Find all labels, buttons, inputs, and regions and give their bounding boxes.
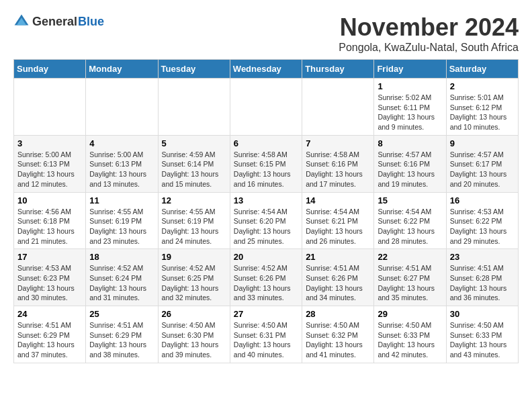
day-number: 30 bbox=[450, 309, 515, 319]
title-area: November 2024 Pongola, KwaZulu-Natal, So… bbox=[339, 13, 519, 54]
day-number: 20 bbox=[234, 252, 298, 262]
day-detail: Sunrise: 4:51 AM Sunset: 6:28 PM Dayligh… bbox=[450, 263, 515, 303]
calendar-cell: 5Sunrise: 4:59 AM Sunset: 6:14 PM Daylig… bbox=[158, 135, 230, 192]
day-number: 11 bbox=[89, 195, 154, 205]
calendar-cell: 8Sunrise: 4:57 AM Sunset: 6:16 PM Daylig… bbox=[374, 135, 446, 192]
day-number: 19 bbox=[162, 252, 226, 262]
calendar-row-1: 3Sunrise: 5:00 AM Sunset: 6:13 PM Daylig… bbox=[14, 135, 519, 192]
logo-general: General bbox=[32, 15, 77, 29]
calendar-cell: 23Sunrise: 4:51 AM Sunset: 6:28 PM Dayli… bbox=[446, 249, 518, 306]
calendar-cell: 7Sunrise: 4:58 AM Sunset: 6:16 PM Daylig… bbox=[302, 135, 374, 192]
header: General Blue November 2024 Pongola, KwaZ… bbox=[13, 13, 519, 54]
day-detail: Sunrise: 4:57 AM Sunset: 6:16 PM Dayligh… bbox=[378, 150, 442, 189]
logo-icon bbox=[13, 13, 30, 30]
day-detail: Sunrise: 4:58 AM Sunset: 6:15 PM Dayligh… bbox=[234, 150, 298, 189]
day-number: 7 bbox=[306, 138, 370, 148]
day-number: 10 bbox=[17, 195, 82, 205]
col-header-saturday: Saturday bbox=[446, 60, 518, 79]
calendar-cell: 15Sunrise: 4:54 AM Sunset: 6:22 PM Dayli… bbox=[374, 192, 446, 249]
calendar-cell bbox=[158, 79, 230, 136]
calendar-table: SundayMondayTuesdayWednesdayThursdayFrid… bbox=[13, 59, 519, 363]
day-number: 16 bbox=[450, 195, 515, 205]
calendar-cell: 3Sunrise: 5:00 AM Sunset: 6:13 PM Daylig… bbox=[14, 135, 86, 192]
day-detail: Sunrise: 4:50 AM Sunset: 6:30 PM Dayligh… bbox=[162, 320, 226, 360]
day-detail: Sunrise: 5:00 AM Sunset: 6:13 PM Dayligh… bbox=[89, 150, 154, 189]
calendar-cell: 28Sunrise: 4:50 AM Sunset: 6:32 PM Dayli… bbox=[302, 306, 374, 363]
day-detail: Sunrise: 4:52 AM Sunset: 6:26 PM Dayligh… bbox=[234, 263, 298, 303]
day-number: 18 bbox=[89, 252, 154, 262]
calendar-cell: 17Sunrise: 4:53 AM Sunset: 6:23 PM Dayli… bbox=[14, 249, 86, 306]
day-detail: Sunrise: 4:59 AM Sunset: 6:14 PM Dayligh… bbox=[162, 150, 226, 189]
day-number: 9 bbox=[450, 138, 515, 148]
calendar-row-3: 17Sunrise: 4:53 AM Sunset: 6:23 PM Dayli… bbox=[14, 249, 519, 306]
day-detail: Sunrise: 5:00 AM Sunset: 6:13 PM Dayligh… bbox=[17, 150, 82, 189]
col-header-monday: Monday bbox=[86, 60, 158, 79]
calendar-row-2: 10Sunrise: 4:56 AM Sunset: 6:18 PM Dayli… bbox=[14, 192, 519, 249]
day-detail: Sunrise: 4:50 AM Sunset: 6:33 PM Dayligh… bbox=[450, 320, 515, 360]
day-detail: Sunrise: 4:50 AM Sunset: 6:31 PM Dayligh… bbox=[234, 320, 298, 360]
calendar-cell bbox=[14, 79, 86, 136]
day-detail: Sunrise: 4:51 AM Sunset: 6:29 PM Dayligh… bbox=[17, 320, 82, 360]
day-number: 26 bbox=[162, 309, 226, 319]
calendar-cell: 10Sunrise: 4:56 AM Sunset: 6:18 PM Dayli… bbox=[14, 192, 86, 249]
calendar-row-4: 24Sunrise: 4:51 AM Sunset: 6:29 PM Dayli… bbox=[14, 306, 519, 363]
day-detail: Sunrise: 4:54 AM Sunset: 6:22 PM Dayligh… bbox=[378, 207, 442, 246]
calendar-cell: 27Sunrise: 4:50 AM Sunset: 6:31 PM Dayli… bbox=[230, 306, 302, 363]
day-number: 27 bbox=[234, 309, 298, 319]
calendar-cell: 4Sunrise: 5:00 AM Sunset: 6:13 PM Daylig… bbox=[86, 135, 158, 192]
day-detail: Sunrise: 4:51 AM Sunset: 6:27 PM Dayligh… bbox=[378, 263, 442, 303]
calendar-cell: 9Sunrise: 4:57 AM Sunset: 6:17 PM Daylig… bbox=[446, 135, 518, 192]
col-header-friday: Friday bbox=[374, 60, 446, 79]
calendar-cell: 6Sunrise: 4:58 AM Sunset: 6:15 PM Daylig… bbox=[230, 135, 302, 192]
calendar-cell: 29Sunrise: 4:50 AM Sunset: 6:33 PM Dayli… bbox=[374, 306, 446, 363]
day-detail: Sunrise: 5:01 AM Sunset: 6:12 PM Dayligh… bbox=[450, 93, 515, 132]
day-number: 15 bbox=[378, 195, 442, 205]
calendar-cell: 25Sunrise: 4:51 AM Sunset: 6:29 PM Dayli… bbox=[86, 306, 158, 363]
calendar-cell bbox=[230, 79, 302, 136]
day-number: 13 bbox=[234, 195, 298, 205]
day-number: 1 bbox=[378, 81, 442, 91]
day-detail: Sunrise: 4:51 AM Sunset: 6:29 PM Dayligh… bbox=[89, 320, 154, 360]
day-number: 24 bbox=[17, 309, 82, 319]
day-number: 3 bbox=[17, 138, 82, 148]
calendar-cell bbox=[86, 79, 158, 136]
day-number: 14 bbox=[306, 195, 370, 205]
day-number: 6 bbox=[234, 138, 298, 148]
day-number: 4 bbox=[89, 138, 154, 148]
day-number: 5 bbox=[162, 138, 226, 148]
day-detail: Sunrise: 4:57 AM Sunset: 6:17 PM Dayligh… bbox=[450, 150, 515, 189]
col-header-tuesday: Tuesday bbox=[158, 60, 230, 79]
day-number: 2 bbox=[450, 81, 515, 91]
calendar-cell: 20Sunrise: 4:52 AM Sunset: 6:26 PM Dayli… bbox=[230, 249, 302, 306]
day-detail: Sunrise: 4:50 AM Sunset: 6:33 PM Dayligh… bbox=[378, 320, 442, 360]
day-detail: Sunrise: 4:50 AM Sunset: 6:32 PM Dayligh… bbox=[306, 320, 370, 360]
calendar-cell: 26Sunrise: 4:50 AM Sunset: 6:30 PM Dayli… bbox=[158, 306, 230, 363]
day-detail: Sunrise: 4:55 AM Sunset: 6:19 PM Dayligh… bbox=[162, 207, 226, 246]
calendar-cell: 22Sunrise: 4:51 AM Sunset: 6:27 PM Dayli… bbox=[374, 249, 446, 306]
logo: General Blue bbox=[13, 13, 104, 30]
day-detail: Sunrise: 5:02 AM Sunset: 6:11 PM Dayligh… bbox=[378, 93, 442, 132]
col-header-sunday: Sunday bbox=[14, 60, 86, 79]
day-detail: Sunrise: 4:51 AM Sunset: 6:26 PM Dayligh… bbox=[306, 263, 370, 303]
day-number: 25 bbox=[89, 309, 154, 319]
calendar-row-0: 1Sunrise: 5:02 AM Sunset: 6:11 PM Daylig… bbox=[14, 79, 519, 136]
calendar-cell: 11Sunrise: 4:55 AM Sunset: 6:19 PM Dayli… bbox=[86, 192, 158, 249]
calendar-cell: 2Sunrise: 5:01 AM Sunset: 6:12 PM Daylig… bbox=[446, 79, 518, 136]
day-number: 29 bbox=[378, 309, 442, 319]
day-detail: Sunrise: 4:58 AM Sunset: 6:16 PM Dayligh… bbox=[306, 150, 370, 189]
day-number: 22 bbox=[378, 252, 442, 262]
logo-blue: Blue bbox=[78, 15, 104, 29]
sub-title: Pongola, KwaZulu-Natal, South Africa bbox=[339, 42, 519, 54]
day-detail: Sunrise: 4:53 AM Sunset: 6:23 PM Dayligh… bbox=[17, 263, 82, 303]
calendar-cell: 19Sunrise: 4:52 AM Sunset: 6:25 PM Dayli… bbox=[158, 249, 230, 306]
calendar-cell: 21Sunrise: 4:51 AM Sunset: 6:26 PM Dayli… bbox=[302, 249, 374, 306]
day-number: 28 bbox=[306, 309, 370, 319]
day-detail: Sunrise: 4:55 AM Sunset: 6:19 PM Dayligh… bbox=[89, 207, 154, 246]
calendar-cell: 24Sunrise: 4:51 AM Sunset: 6:29 PM Dayli… bbox=[14, 306, 86, 363]
day-detail: Sunrise: 4:54 AM Sunset: 6:20 PM Dayligh… bbox=[234, 207, 298, 246]
calendar-cell: 30Sunrise: 4:50 AM Sunset: 6:33 PM Dayli… bbox=[446, 306, 518, 363]
calendar-cell: 18Sunrise: 4:52 AM Sunset: 6:24 PM Dayli… bbox=[86, 249, 158, 306]
day-number: 12 bbox=[162, 195, 226, 205]
calendar-cell: 12Sunrise: 4:55 AM Sunset: 6:19 PM Dayli… bbox=[158, 192, 230, 249]
day-number: 8 bbox=[378, 138, 442, 148]
